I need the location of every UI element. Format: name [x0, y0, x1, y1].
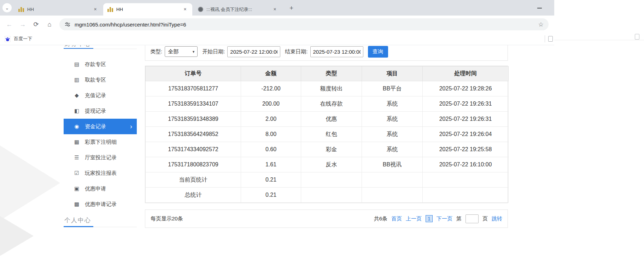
- summary-row-page: 当前页统计 0.21: [146, 172, 509, 188]
- end-date-input[interactable]: [310, 46, 363, 57]
- sidebar-item-hall-bet-records[interactable]: ☰ 厅室投注记录: [64, 150, 137, 165]
- page-jump-input[interactable]: [466, 214, 479, 223]
- cell-process-time: 2025-07-22 19:26:31: [423, 96, 509, 112]
- forward-button[interactable]: →: [17, 19, 28, 30]
- back-button[interactable]: ←: [4, 19, 15, 30]
- type-label: 类型:: [150, 48, 162, 55]
- cell-order-id: 1753183564249852: [146, 127, 241, 142]
- first-page-link[interactable]: 首页: [391, 215, 402, 222]
- cell-process-time: 2025-07-22 19:26:04: [423, 127, 509, 142]
- active-underline: [64, 48, 93, 49]
- cell-process-time: 2025-07-22 19:28:26: [423, 81, 509, 96]
- sidebar-item-label: 提现记录: [85, 108, 106, 114]
- table-row: 1753183705811277 -212.00 额度转出 BB平台 2025-…: [146, 81, 509, 96]
- sidebar-item-deposit-zone[interactable]: ▤ 存款专区: [64, 57, 137, 72]
- refresh-button[interactable]: ⟳: [30, 19, 42, 30]
- active-underline: [64, 226, 93, 227]
- sidebar-item-player-bet-report[interactable]: ☑ 玩家投注报表: [64, 165, 137, 181]
- cell-type: 在线存款: [301, 96, 362, 112]
- tab-strip: ⌄ HH × HH × :::视讯 会员下注纪录::: × +: [0, 0, 554, 16]
- tab-title: :::视讯 会员下注纪录:::: [206, 6, 269, 13]
- cell-project: 系统: [362, 112, 423, 127]
- total-count-text: 共6条: [374, 215, 387, 222]
- chevron-down-icon: ⌄: [5, 5, 9, 11]
- cell-order-id: 1753174334092572: [146, 142, 241, 157]
- sidebar-item-label: 取款专区: [85, 77, 106, 83]
- sidebar-item-lottery-bet-details[interactable]: ▦ 彩票下注明细: [64, 134, 137, 150]
- forward-icon: →: [19, 21, 26, 28]
- start-date-input[interactable]: [227, 46, 280, 57]
- deposit-zone-icon: ▤: [73, 61, 80, 67]
- address-bar[interactable]: mgm1065.com/hhcp/usercenter.html?iniType…: [59, 18, 549, 30]
- promo-apply-icon: ▣: [73, 185, 80, 192]
- fund-records-icon: ◉: [73, 123, 80, 130]
- sidebar-item-withdraw-zone[interactable]: ▥ 取款专区: [64, 72, 137, 88]
- sidebar-item-promo-apply-records[interactable]: ▩ 优惠申请记录: [64, 196, 137, 212]
- player-bet-report-icon: ☑: [73, 170, 80, 176]
- tab-hh-2-active[interactable]: HH ×: [103, 3, 192, 16]
- tab-search-button[interactable]: ⌄: [2, 3, 12, 12]
- decor-triangle: [0, 197, 34, 272]
- sidebar-item-fund-records[interactable]: ◉ 资金记录 ›: [64, 119, 137, 134]
- start-date-label: 开始日期:: [202, 48, 225, 55]
- tab-close-icon[interactable]: ×: [272, 6, 278, 12]
- cell-project: BB视讯: [362, 157, 423, 172]
- sidebar-item-promo-apply[interactable]: ▣ 优惠申请: [64, 181, 137, 196]
- back-icon: ←: [6, 21, 12, 28]
- home-button[interactable]: ⌂: [44, 19, 55, 30]
- sidebar-section-finance[interactable]: 财务中心: [64, 45, 137, 49]
- chevron-right-icon: ›: [130, 123, 132, 130]
- jump-label-after: 页: [482, 215, 488, 222]
- cell-label: 总统计: [146, 188, 241, 203]
- jump-action-link[interactable]: 跳转: [492, 215, 502, 222]
- search-button[interactable]: 查询: [368, 46, 388, 58]
- hall-bet-records-icon: ☰: [73, 154, 80, 161]
- section-title: 个人中心: [64, 217, 91, 224]
- type-select[interactable]: 全部 ▾: [165, 46, 198, 57]
- cell-type: 额度转出: [301, 81, 362, 96]
- next-page-link[interactable]: 下一页: [437, 215, 452, 222]
- records-table-container: 订单号 金额 类型 项目 处理时间 1753183705811277 -212.…: [145, 66, 508, 203]
- type-select-value: 全部: [168, 48, 178, 55]
- sidebar-item-label: 彩票下注明细: [85, 139, 117, 146]
- filter-bar: 类型: 全部 ▾ 开始日期: 结束日期: 查询: [145, 45, 508, 61]
- col-type: 类型: [301, 66, 362, 81]
- sidebar-item-recharge-records[interactable]: ◆ 充值记录: [64, 88, 137, 103]
- sidebar-item-withdrawal-records[interactable]: ◧ 提现记录: [64, 103, 137, 119]
- tab-title: HH: [116, 7, 179, 12]
- other-bookmarks-icon[interactable]: [548, 36, 553, 42]
- minimize-button[interactable]: [534, 4, 544, 12]
- new-tab-button[interactable]: +: [287, 4, 296, 12]
- cell-order-id: 1753171800823709: [146, 157, 241, 172]
- cell-label: 当前页统计: [146, 172, 241, 188]
- cell-process-time: 2025-07-22 19:26:31: [423, 112, 509, 127]
- background-window-edge: [554, 40, 644, 40]
- summary-row-total: 总统计 0.21: [146, 188, 509, 203]
- cell-order-id: 1753183591334107: [146, 96, 241, 112]
- cell-amount: 0.60: [241, 142, 301, 157]
- sidebar-item-label: 资金记录: [85, 123, 106, 130]
- sidebar-item-label: 存款专区: [85, 61, 106, 68]
- cell-process-time: 2025-07-22 16:10:00: [423, 157, 509, 172]
- site-info-icon[interactable]: [64, 21, 71, 28]
- current-page-indicator[interactable]: 1: [426, 215, 433, 222]
- url-text[interactable]: mgm1065.com/hhcp/usercenter.html?iniType…: [75, 22, 534, 28]
- cell-project: 系统: [362, 96, 423, 112]
- cell-type: 红包: [301, 127, 362, 142]
- bookmark-star-icon[interactable]: ☆: [538, 21, 544, 28]
- hh-favicon: [18, 7, 24, 12]
- tab-close-icon[interactable]: ×: [92, 6, 98, 12]
- cell-order-id: 1753183591348389: [146, 112, 241, 127]
- hh-favicon: [107, 7, 113, 12]
- minimize-icon: [537, 8, 542, 8]
- bookmark-item-baidu[interactable]: 百度一下: [14, 36, 32, 42]
- tab-hh-1[interactable]: HH ×: [14, 3, 103, 16]
- col-order-id: 订单号: [146, 66, 241, 81]
- sidebar-section-personal-center[interactable]: 个人中心: [64, 215, 137, 227]
- tab-video-records[interactable]: :::视讯 会员下注纪录::: ×: [194, 3, 282, 16]
- prev-page-link[interactable]: 上一页: [406, 215, 422, 222]
- tab-close-icon[interactable]: ×: [182, 6, 188, 12]
- lottery-bet-details-icon: ▦: [73, 139, 80, 145]
- cell-amount: 8.00: [241, 127, 301, 142]
- cell-process-time: 2025-07-22 19:25:58: [423, 142, 509, 157]
